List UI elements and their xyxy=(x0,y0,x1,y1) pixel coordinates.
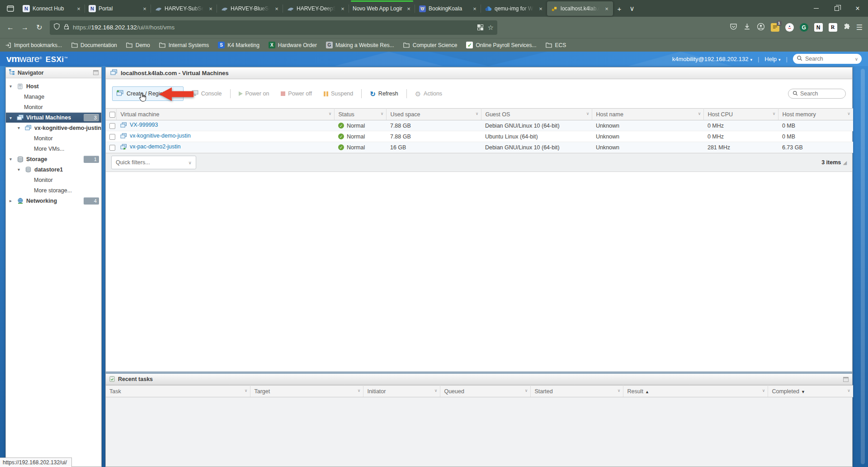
window-minimize-button[interactable] xyxy=(806,0,826,17)
extension-avatar-icon[interactable] xyxy=(785,23,794,32)
nav-item-vm-child[interactable]: ▾ vx-kognitive-demo-justin xyxy=(6,123,101,133)
bookmark-online-payroll[interactable]: ✓Online Payroll Services... xyxy=(466,42,536,48)
vm-table-search-input[interactable] xyxy=(800,91,836,97)
row-checkbox[interactable] xyxy=(109,134,115,140)
select-all-checkbox[interactable] xyxy=(109,112,115,118)
list-all-tabs-button[interactable]: ∨ xyxy=(626,2,638,15)
user-menu[interactable]: k4mobility@192.168.202.132▾ xyxy=(672,56,752,62)
containers-grid-icon[interactable] xyxy=(477,24,483,30)
close-icon[interactable]: × xyxy=(405,5,412,12)
column-menu-icon[interactable]: ∨ xyxy=(618,388,621,393)
bookmark-folder-ecs[interactable]: ECS xyxy=(546,42,566,48)
tree-closed-icon[interactable]: ▸ xyxy=(9,198,14,203)
nav-item-host-manage[interactable]: Manage xyxy=(6,91,101,102)
tree-open-icon[interactable]: ▾ xyxy=(9,115,14,120)
column-menu-icon[interactable]: ∨ xyxy=(358,388,361,393)
tab-bookingkoala[interactable]: BookingKoala × xyxy=(415,1,481,16)
col-guest-os[interactable]: Guest OS∨ xyxy=(481,109,592,120)
nav-item-virtual-machines[interactable]: ▾ Virtual Machines 3 xyxy=(6,112,101,123)
vm-table-search-box[interactable] xyxy=(788,89,846,99)
vm-name-link[interactable]: vx-pac-demo2-justin xyxy=(120,143,181,150)
refresh-button[interactable]: ↻Refresh xyxy=(366,88,401,100)
bookmark-import[interactable]: Import bookmarks... xyxy=(5,42,62,48)
nav-item-storage[interactable]: ▾ Storage 1 xyxy=(6,154,101,164)
help-menu[interactable]: Help▾ xyxy=(764,56,780,62)
row-checkbox[interactable] xyxy=(109,123,115,129)
col-host-memory[interactable]: Host memory∨ xyxy=(778,109,853,120)
vm-table-row[interactable]: vx-kognitive-demo-justin ✓Normal 7.88 GB… xyxy=(106,131,853,142)
grammarly-icon[interactable]: G xyxy=(800,23,808,32)
back-button[interactable]: ← xyxy=(4,21,17,34)
col-virtual-machine[interactable]: Virtual machine∨ xyxy=(117,109,335,120)
col-task[interactable]: Task∨ xyxy=(106,386,250,397)
col-target[interactable]: Target∨ xyxy=(250,386,363,397)
column-menu-icon[interactable]: ∨ xyxy=(525,388,528,393)
close-icon[interactable]: × xyxy=(471,5,478,12)
window-close-button[interactable]: × xyxy=(847,0,868,17)
tree-open-icon[interactable]: ▾ xyxy=(18,167,22,172)
pocket-shield-icon[interactable] xyxy=(730,23,737,32)
url-bar[interactable]: https://192.168.202.132/ui/#/host/vms ☆ xyxy=(50,20,497,35)
column-menu-icon[interactable]: ∨ xyxy=(847,388,850,393)
bookmark-hardware-order[interactable]: XHardware Order xyxy=(269,42,317,48)
close-icon[interactable]: × xyxy=(537,5,544,12)
col-status[interactable]: Status∨ xyxy=(335,109,387,120)
col-host-name[interactable]: Host name∨ xyxy=(592,109,704,120)
account-icon[interactable] xyxy=(757,23,765,33)
tree-open-icon[interactable]: ▾ xyxy=(9,157,14,162)
collapse-panel-icon[interactable] xyxy=(93,70,99,75)
menu-hamburger-icon[interactable]: ☰ xyxy=(856,23,863,32)
column-menu-icon[interactable]: ∨ xyxy=(381,111,384,116)
vm-name-link[interactable]: VX-999993 xyxy=(120,122,158,128)
column-menu-icon[interactable]: ∨ xyxy=(847,111,850,116)
bookmark-making-website[interactable]: GMaking a Website Res... xyxy=(326,42,394,48)
new-tab-button[interactable]: + xyxy=(613,2,626,15)
column-menu-icon[interactable]: ∨ xyxy=(476,111,479,116)
tree-open-icon[interactable]: ▾ xyxy=(9,84,14,89)
page-scrollbar[interactable] xyxy=(861,69,865,464)
bookmark-folder-computer-science[interactable]: Computer Science xyxy=(403,42,458,48)
column-menu-icon[interactable]: ∨ xyxy=(773,111,776,116)
nav-item-vm-monitor[interactable]: Monitor xyxy=(6,133,101,143)
chevron-down-icon[interactable]: ∨ xyxy=(855,57,858,62)
bookmark-k4-marketing[interactable]: SK4 Marketing xyxy=(218,42,259,48)
nav-item-storage-monitor[interactable]: Monitor xyxy=(6,175,101,185)
forward-button[interactable]: → xyxy=(18,21,32,34)
tab-portal[interactable]: N Portal × xyxy=(85,1,151,16)
close-icon[interactable]: × xyxy=(207,5,214,12)
column-menu-icon[interactable]: ∨ xyxy=(245,388,248,393)
downloads-icon[interactable] xyxy=(743,23,751,32)
col-queued[interactable]: Queued∨ xyxy=(440,386,531,397)
row-checkbox[interactable] xyxy=(109,145,115,151)
maximize-panel-icon[interactable] xyxy=(843,377,849,382)
bookmark-star-icon[interactable]: ☆ xyxy=(488,24,494,32)
tracking-protection-shield-icon[interactable] xyxy=(53,23,60,32)
vm-table-row[interactable]: VX-999993 ✓Normal 7.88 GB Debian GNU/Lin… xyxy=(106,120,853,131)
power-off-button[interactable]: Power off xyxy=(277,88,316,100)
tab-localhost-esxi-active[interactable]: localhost.k4lab.com - V × xyxy=(547,1,613,16)
tab-harvey-bluesea[interactable]: HARVEY-BlueSea-ES12 × xyxy=(217,1,283,16)
column-menu-icon[interactable]: ∨ xyxy=(698,111,701,116)
nav-item-more-vms[interactable]: More VMs... xyxy=(6,143,101,154)
tree-open-icon[interactable]: ▾ xyxy=(18,125,22,130)
nav-item-datastore1[interactable]: ▾ datastore1 xyxy=(6,164,101,175)
power-on-button[interactable]: Power on xyxy=(235,88,273,100)
column-menu-icon[interactable]: ∨ xyxy=(329,111,332,116)
tab-qemu-img[interactable]: qemu-img for Window × xyxy=(481,1,547,16)
bookmark-folder-demo[interactable]: Demo xyxy=(126,42,150,48)
col-used-space[interactable]: Used space∨ xyxy=(387,109,481,120)
firefox-view-icon[interactable] xyxy=(3,1,18,16)
window-restore-button[interactable] xyxy=(826,0,847,17)
bookmark-folder-documentation[interactable]: Documentation xyxy=(71,42,117,48)
quick-filters-dropdown[interactable]: Quick filters... ∨ xyxy=(111,156,196,169)
column-menu-icon[interactable]: ∨ xyxy=(586,111,590,116)
r-extension-icon[interactable]: R xyxy=(829,23,837,32)
global-search-input[interactable] xyxy=(805,56,852,62)
nav-item-host-monitor[interactable]: Monitor xyxy=(6,102,101,112)
nav-item-networking[interactable]: ▸ Networking 4 xyxy=(6,195,101,206)
close-icon[interactable]: × xyxy=(141,5,148,12)
tab-konnect-hub[interactable]: N Konnect Hub × xyxy=(19,1,85,16)
nav-item-host[interactable]: ▾ Host xyxy=(6,81,101,91)
column-menu-icon[interactable]: ∨ xyxy=(762,388,765,393)
extensions-puzzle-icon[interactable] xyxy=(843,23,850,32)
